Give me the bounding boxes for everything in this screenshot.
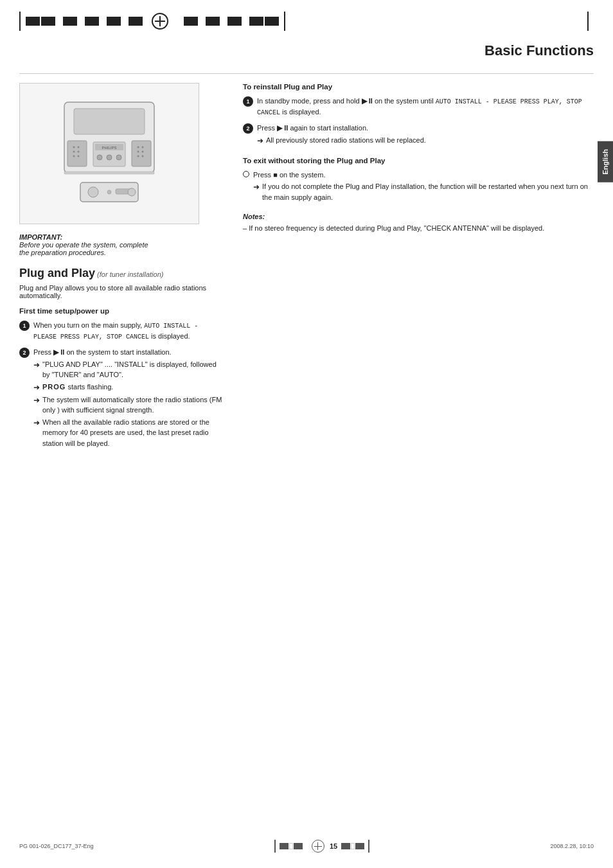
svg-point-21	[116, 155, 121, 160]
first-setup-step1: 1 When you turn on the main supply, AUTO…	[19, 320, 225, 342]
prog-label: PROG	[42, 383, 66, 391]
reinstall-step2-arrow-text: All previously stored radio stations wil…	[266, 135, 426, 146]
svg-point-19	[97, 155, 102, 160]
main-two-col: PHILIPS	[19, 83, 594, 454]
first-setup-heading: First time setup/power up	[19, 307, 225, 315]
exit-heading: To exit without storing the Plug and Pla…	[243, 157, 594, 164]
step2-arrow1-text: "PLUG AND PLAY" .... "INSTALL" is displa…	[42, 359, 225, 380]
step2-button: ▶ II	[53, 348, 64, 356]
svg-point-12	[138, 151, 139, 153]
right-column: To reinstall Plug and Play 1 In standby …	[243, 83, 594, 454]
svg-point-25	[107, 190, 111, 194]
svg-point-11	[142, 146, 144, 148]
svg-rect-9	[132, 141, 151, 166]
reinstall-step2-text: Press	[257, 124, 275, 132]
exit-bullet-text: Press	[253, 171, 271, 179]
exit-arrow-text: If you do not complete the Plug and Play…	[262, 181, 594, 202]
step1-suffix: is displayed.	[151, 332, 190, 340]
reinstall-step2-num: 2	[243, 123, 253, 134]
reinstall-step1-content: In standby mode, press and hold ▶ II on …	[257, 96, 594, 118]
important-section: IMPORTANT: Before you operate the system…	[19, 233, 225, 256]
page-number: 15	[330, 842, 337, 850]
reinstall-step1-suffix: on the system until	[375, 97, 434, 105]
reinstall-step1-num: 1	[243, 96, 253, 107]
plug-play-desc: Plug and Play allows you to store all av…	[19, 284, 225, 299]
reinstall-step1-text: In standby mode, press and hold	[257, 97, 360, 105]
svg-rect-2	[67, 141, 87, 166]
svg-point-10	[138, 146, 139, 148]
step2-text: Press	[33, 348, 51, 356]
exit-bullet-content: Press ■ on the system. ➜ If you do not c…	[253, 170, 594, 203]
top-decoration	[0, 0, 613, 36]
svg-point-27	[128, 188, 136, 196]
bottom-bar: PG 001-026_DC177_37-Eng 15 2008.2.28, 10…	[0, 840, 613, 853]
plug-play-subtitle: (for tuner installation)	[97, 270, 163, 278]
exit-bullet-circle	[243, 171, 249, 177]
reinstall-step2-content: Press ▶ II again to start installation. …	[257, 123, 594, 146]
svg-text:PHILIPS: PHILIPS	[102, 146, 116, 150]
step2-arrow4: ➜ When all the available radio stations …	[33, 417, 225, 449]
exit-section: To exit without storing the Plug and Pla…	[243, 157, 594, 203]
svg-rect-22	[64, 172, 154, 174]
reinstall-step1-button: ▶ II	[362, 97, 373, 105]
svg-point-6	[78, 151, 80, 153]
important-title: IMPORTANT:	[19, 233, 225, 241]
notes-section: Notes: – If no stereo frequency is detec…	[243, 213, 594, 234]
exit-bullet: Press ■ on the system. ➜ If you do not c…	[243, 170, 594, 203]
step1-text: When you turn on the main supply,	[33, 321, 142, 329]
svg-point-14	[138, 155, 139, 157]
reinstall-step2: 2 Press ▶ II again to start installation…	[243, 123, 594, 146]
reinstall-step2-suffix: again to start installation.	[290, 124, 368, 132]
english-language-tab: English	[598, 141, 613, 182]
step2-arrow2: ➜ PROG starts flashing.	[33, 382, 225, 393]
step2-arrow3-text: The system will automatically store the …	[42, 394, 225, 416]
svg-point-8	[78, 155, 80, 157]
svg-point-13	[142, 151, 144, 153]
step1-number: 1	[19, 321, 30, 331]
page-content: Basic Functions	[0, 36, 613, 473]
footer-center: 15	[274, 840, 369, 853]
step2-arrow1: ➜ "PLUG AND PLAY" .... "INSTALL" is disp…	[33, 359, 225, 380]
important-line2: the preparation procedures.	[19, 249, 225, 256]
svg-point-4	[78, 146, 80, 148]
step2-number: 2	[19, 348, 30, 358]
step2-arrow4-text: When all the available radio stations ar…	[42, 417, 225, 449]
svg-point-15	[142, 155, 144, 157]
reinstall-step2-button: ▶ II	[277, 124, 288, 132]
step2-suffix: on the system to start installation.	[66, 348, 171, 356]
svg-point-5	[73, 151, 75, 153]
svg-point-3	[73, 146, 75, 148]
page-title-area: Basic Functions	[19, 42, 594, 59]
footer-left: PG 001-026_DC177_37-Eng	[19, 843, 94, 849]
step2-arrow2-text: starts flashing.	[67, 383, 113, 391]
svg-point-20	[107, 155, 112, 160]
svg-point-7	[73, 155, 75, 157]
device-image: PHILIPS	[19, 83, 199, 224]
page-title: Basic Functions	[484, 42, 594, 58]
step2-content: Press ▶ II on the system to start instal…	[33, 347, 225, 448]
reinstall-step2-arrow: ➜ All previously stored radio stations w…	[257, 135, 594, 146]
reinstall-step1-suffix2: is displayed.	[282, 108, 321, 116]
exit-stop-button: ■	[273, 171, 278, 179]
svg-point-24	[88, 187, 98, 197]
exit-arrow: ➜ If you do not complete the Plug and Pl…	[253, 181, 594, 202]
important-line1: Before you operate the system, complete	[19, 241, 225, 249]
plug-play-title-area: Plug and Play (for tuner installation)	[19, 267, 225, 280]
reinstall-heading: To reinstall Plug and Play	[243, 83, 594, 91]
first-setup-step2: 2 Press ▶ II on the system to start inst…	[19, 347, 225, 448]
notes-label: Notes:	[243, 213, 594, 220]
title-divider	[19, 73, 594, 74]
device-svg: PHILIPS	[39, 89, 180, 218]
svg-rect-1	[74, 109, 145, 134]
left-column: PHILIPS	[19, 83, 225, 454]
step1-content: When you turn on the main supply, AUTO I…	[33, 320, 225, 342]
plug-play-main-title: Plug and Play	[19, 267, 95, 279]
footer-right: 2008.2.28, 10:10	[550, 843, 594, 849]
exit-bullet-suffix: on the system.	[280, 171, 326, 179]
notes-item: – If no stereo frequency is detected dur…	[243, 223, 594, 234]
bottom-crosshair	[312, 840, 324, 853]
reinstall-step1: 1 In standby mode, press and hold ▶ II o…	[243, 96, 594, 118]
step2-arrow3: ➜ The system will automatically store th…	[33, 394, 225, 416]
reinstall-section: To reinstall Plug and Play 1 In standby …	[243, 83, 594, 146]
